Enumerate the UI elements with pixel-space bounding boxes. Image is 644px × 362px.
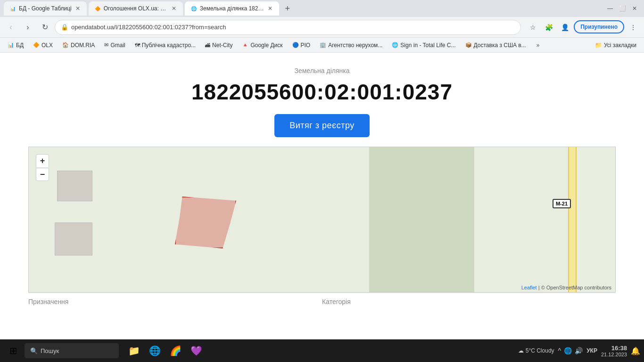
taskbar-app-explorer[interactable]: 📁: [124, 341, 143, 360]
bottom-labels: Призначення Категорія: [28, 293, 616, 307]
taskbar: ⊞ 🔍 Пошук 📁 🌐 🌈 💜 ☁ 5°C Cloudy ^ 🌐 🔊 УКР…: [0, 339, 644, 362]
bookmark-sign-label: Sign in - Total Life C...: [400, 42, 455, 49]
tab3-label: Земельна ділянка 1822055600...: [200, 5, 264, 12]
all-bookmarks-button[interactable]: 📁 Усі закладки: [591, 41, 640, 50]
address-bar[interactable]: 🔒 opendatabot.ua/l/1822055600:02:001:023…: [55, 20, 521, 35]
bookmark-gdrive-label: Google Диск: [250, 42, 282, 49]
network-icon[interactable]: 🌐: [564, 347, 572, 354]
page-main: Земельна ділянка 1822055600:02:001:0237 …: [0, 53, 644, 339]
weather-text: 5°C Cloudy: [526, 347, 554, 354]
extension-icon[interactable]: 🧩: [542, 20, 556, 34]
extract-button[interactable]: Витяг з реєстру: [274, 114, 370, 137]
back-button[interactable]: ‹: [4, 20, 18, 34]
bookmark-agency-icon: 🏢: [320, 42, 326, 48]
menu-button[interactable]: ⋮: [626, 20, 640, 34]
expand-tray-icon[interactable]: ^: [558, 347, 561, 354]
bookmark-domria[interactable]: 🏠 DOM.RIA: [58, 41, 99, 50]
bookmark-bd-icon: 📊: [8, 42, 14, 48]
tab-bd[interactable]: 📊 БД - Google Таблиці ✕: [4, 1, 87, 16]
minimize-button[interactable]: —: [604, 3, 616, 14]
bookmark-gmail-label: Gmail: [110, 42, 125, 49]
map-building-2: [55, 222, 92, 255]
land-id: 1822055600:02:001:0237: [9, 79, 635, 105]
land-subtitle: Земельна ділянка: [9, 67, 635, 74]
bookmark-bd-label: БД: [16, 42, 24, 49]
bookmark-gdrive-icon: 🔺: [242, 42, 248, 48]
taskbar-search-text: Пошук: [41, 347, 59, 354]
tab2-label: Оголошення OLX.ua: сервіс о...: [104, 5, 168, 12]
taskbar-clock[interactable]: 16:38 21.12.2023: [601, 345, 627, 357]
taskbar-app-viber[interactable]: 💜: [187, 341, 206, 360]
bookmark-gmail-icon: ✉: [104, 42, 108, 48]
bookmark-olx[interactable]: 🔶 OLX: [29, 41, 57, 50]
taskbar-start-button[interactable]: ⊞: [4, 341, 23, 360]
bookmarks-more-button[interactable]: »: [534, 41, 543, 50]
title-bar: 📊 БД - Google Таблиці ✕ 🔶 Оголошення OLX…: [0, 0, 644, 17]
nav-icons: ☆ 🧩 👤 Призупинено ⋮: [526, 20, 640, 34]
weather-icon: ☁: [518, 347, 524, 354]
bookmark-gdrive[interactable]: 🔺 Google Диск: [238, 41, 286, 50]
map-zoom-controls: + −: [36, 154, 49, 181]
refresh-button[interactable]: ↻: [38, 20, 52, 34]
new-tab-button[interactable]: +: [281, 2, 294, 15]
bookmark-sign[interactable]: 🌐 Sign in - Total Life C...: [388, 41, 459, 50]
bookmark-netcity[interactable]: 🏙 Net-City: [201, 41, 236, 50]
taskbar-date: 21.12.2023: [601, 352, 627, 357]
taskbar-app-chrome[interactable]: 🌈: [166, 341, 185, 360]
notification-icon[interactable]: 🔔: [631, 346, 640, 355]
taskbar-search-icon: 🔍: [30, 347, 38, 354]
zoom-out-button[interactable]: −: [36, 168, 49, 181]
bookmark-delivery-label: Доставка з США в...: [474, 42, 526, 49]
tab-zemlia[interactable]: 🌐 Земельна ділянка 1822055600... ✕: [185, 1, 279, 16]
tab1-close[interactable]: ✕: [74, 4, 81, 13]
close-button[interactable]: ✕: [629, 3, 640, 14]
bookmark-domria-icon: 🏠: [62, 42, 69, 48]
map-attribution: Leaflet | © OpenStreetMap contributors: [521, 285, 611, 290]
bookmark-agency[interactable]: 🏢 Агентство нерухом...: [316, 41, 386, 50]
zoom-in-button[interactable]: +: [36, 154, 49, 167]
folder-icon: 📁: [595, 42, 602, 49]
bookmark-delivery-icon: 📦: [465, 42, 472, 48]
bookmark-cadastre-label: Публічна кадастро...: [142, 42, 196, 49]
taskbar-right: ☁ 5°C Cloudy ^ 🌐 🔊 УКР 16:38 21.12.2023 …: [518, 345, 640, 357]
bookmark-domria-label: DOM.RIA: [71, 42, 95, 49]
bookmark-rio[interactable]: 🔵 РІО: [289, 41, 314, 50]
profile-icon[interactable]: 👤: [558, 20, 572, 34]
maximize-button[interactable]: ⬜: [617, 3, 628, 14]
bookmark-rio-icon: 🔵: [292, 42, 299, 48]
tab3-close[interactable]: ✕: [267, 4, 273, 13]
forward-button[interactable]: ›: [21, 20, 35, 34]
lock-icon: 🔒: [61, 24, 68, 31]
map-highway: [568, 147, 577, 292]
purpose-label: Призначення: [28, 298, 322, 305]
sound-icon[interactable]: 🔊: [575, 347, 583, 354]
bookmark-bd[interactable]: 📊 БД: [4, 41, 27, 50]
bookmark-gmail[interactable]: ✉ Gmail: [100, 41, 129, 50]
tab2-close[interactable]: ✕: [171, 4, 177, 13]
map-road-area: [369, 147, 475, 292]
map-building-1: [57, 171, 92, 201]
taskbar-apps: 📁 🌐 🌈 💜: [124, 341, 206, 360]
taskbar-language[interactable]: УКР: [586, 347, 597, 354]
leaflet-link: Leaflet: [521, 285, 537, 290]
category-label: Категорія: [322, 298, 616, 305]
map-background: [29, 147, 615, 292]
pause-button[interactable]: Призупинено: [574, 20, 624, 33]
map-container[interactable]: M-21 + − Leaflet | © OpenStreetMap contr…: [28, 147, 616, 293]
taskbar-app-edge[interactable]: 🌐: [145, 341, 164, 360]
tab-olx[interactable]: 🔶 Оголошення OLX.ua: сервіс о... ✕: [89, 1, 183, 16]
bookmark-netcity-label: Net-City: [212, 42, 232, 49]
bookmark-netcity-icon: 🏙: [205, 42, 210, 48]
taskbar-weather: ☁ 5°C Cloudy: [518, 347, 554, 354]
road-sign-label: M-21: [556, 201, 568, 206]
taskbar-search[interactable]: 🔍 Пошук: [25, 343, 119, 358]
bookmark-cadastre[interactable]: 🗺 Публічна кадастро...: [131, 41, 199, 50]
tab1-label: БД - Google Таблиці: [19, 5, 72, 12]
land-info-section: Земельна ділянка 1822055600:02:001:0237 …: [0, 53, 644, 147]
tab1-favicon: 📊: [9, 5, 16, 12]
bookmark-delivery[interactable]: 📦 Доставка з США в...: [462, 41, 530, 50]
bookmark-star-icon[interactable]: ☆: [526, 20, 540, 34]
tab2-favicon: 🔶: [94, 5, 101, 12]
all-bookmarks-label: Усі закладки: [604, 42, 636, 49]
navigation-bar: ‹ › ↻ 🔒 opendatabot.ua/l/1822055600:02:0…: [0, 17, 644, 38]
